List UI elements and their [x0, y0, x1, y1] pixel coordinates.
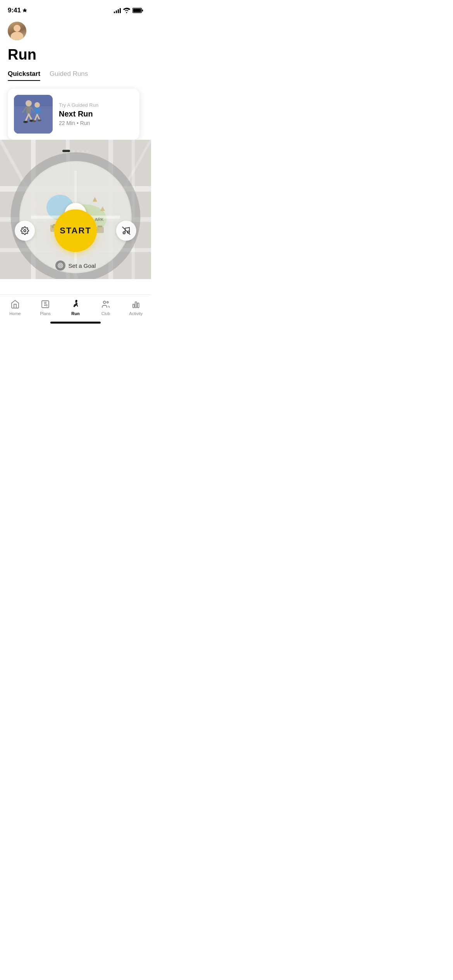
- set-goal-label: Set a Goal: [69, 262, 96, 269]
- tab-guided-runs[interactable]: Guided Runs: [50, 70, 88, 81]
- run-icon: [70, 299, 81, 310]
- svg-rect-54: [42, 301, 49, 308]
- home-indicator: [50, 322, 101, 324]
- plans-icon: [40, 299, 51, 310]
- status-icons: [114, 8, 143, 13]
- gear-icon: [21, 226, 29, 235]
- avatar: [8, 22, 26, 40]
- card-content: Try A Guided Run Next Run 22 Min • Run: [59, 102, 98, 126]
- carousel-dot-3: [77, 150, 79, 152]
- carousel-dot-1: [62, 150, 70, 152]
- runners-image: [14, 95, 53, 134]
- svg-rect-60: [135, 302, 137, 308]
- bottom-nav: Home Plans Run: [0, 295, 151, 327]
- svg-point-53: [60, 265, 60, 266]
- carousel-dot-4: [82, 150, 84, 152]
- map-section: ARK START: [0, 140, 151, 279]
- wifi-icon: [123, 8, 130, 13]
- nav-home-label: Home: [9, 311, 21, 316]
- header: Run: [0, 19, 151, 70]
- set-goal-row[interactable]: Set a Goal: [0, 260, 151, 271]
- start-label: START: [60, 226, 91, 236]
- tabs: Quickstart Guided Runs: [0, 70, 151, 81]
- music-button[interactable]: [116, 221, 136, 241]
- svg-rect-61: [137, 303, 139, 308]
- goal-icon: [55, 260, 65, 271]
- svg-rect-6: [26, 106, 31, 114]
- settings-button[interactable]: [15, 221, 35, 241]
- carousel-dot-2: [72, 150, 75, 152]
- activity-icon: [130, 299, 141, 310]
- svg-rect-1: [133, 9, 141, 12]
- signal-icon: [114, 8, 121, 13]
- nav-run[interactable]: Run: [60, 299, 91, 316]
- cards-container: Try A Guided Run Next Run 22 Min • Run: [0, 89, 151, 140]
- svg-rect-59: [133, 304, 134, 308]
- location-icon: [22, 8, 27, 13]
- svg-point-20: [38, 120, 41, 122]
- start-button[interactable]: START: [54, 209, 97, 252]
- home-icon: [10, 299, 21, 310]
- svg-point-47: [24, 230, 26, 232]
- svg-rect-2: [142, 10, 143, 12]
- svg-point-58: [107, 302, 108, 303]
- nav-run-label: Run: [71, 311, 79, 316]
- goal-circle-icon: [58, 263, 63, 268]
- svg-point-48: [123, 232, 125, 234]
- svg-point-19: [32, 120, 36, 122]
- battery-icon: [132, 8, 143, 13]
- music-off-icon: [122, 226, 130, 235]
- action-buttons: START: [0, 209, 151, 252]
- club-icon: [100, 299, 111, 310]
- nav-home[interactable]: Home: [0, 299, 30, 316]
- svg-point-17: [23, 121, 28, 123]
- svg-rect-12: [35, 108, 39, 115]
- nav-club[interactable]: Club: [91, 299, 121, 316]
- status-time: 9:41: [8, 7, 27, 14]
- nav-plans[interactable]: Plans: [30, 299, 60, 316]
- svg-point-57: [103, 301, 106, 303]
- card-title: Next Run: [59, 110, 98, 118]
- nav-activity-label: Activity: [129, 311, 143, 316]
- card-image: [14, 95, 53, 134]
- carousel-dots: [0, 145, 151, 152]
- svg-point-11: [34, 102, 40, 108]
- nav-plans-label: Plans: [40, 311, 51, 316]
- card-meta: 22 Min • Run: [59, 120, 98, 126]
- svg-point-5: [26, 100, 32, 106]
- status-bar: 9:41: [0, 0, 151, 19]
- tab-quickstart[interactable]: Quickstart: [8, 70, 40, 81]
- card-label: Try A Guided Run: [59, 102, 98, 108]
- page-title: Run: [8, 46, 143, 63]
- carousel-dot-5: [86, 150, 89, 152]
- nav-activity[interactable]: Activity: [121, 299, 151, 316]
- guided-run-card[interactable]: Try A Guided Run Next Run 22 Min • Run: [8, 89, 139, 140]
- nav-club-label: Club: [101, 311, 110, 316]
